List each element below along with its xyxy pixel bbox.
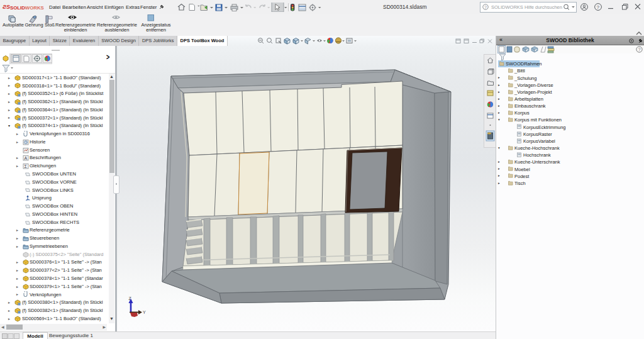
svg-text:Z: Z	[129, 296, 132, 301]
svg-text:Y: Y	[143, 310, 146, 314]
svg-text:?: ?	[638, 47, 640, 52]
svg-text:Σ: Σ	[25, 164, 28, 169]
svg-text:?: ?	[484, 5, 487, 9]
svg-text:?: ?	[597, 4, 600, 10]
svg-text:A: A	[25, 156, 28, 160]
